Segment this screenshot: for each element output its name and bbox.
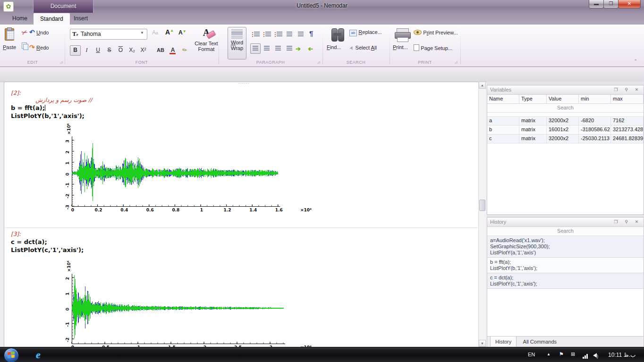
justify-button[interactable] (284, 43, 295, 54)
maximize-panel-icon[interactable]: ❐ (613, 87, 619, 93)
start-button[interactable] (4, 348, 19, 362)
bold-button[interactable]: B (70, 45, 81, 56)
variable-row-c[interactable]: cmatrix32000x2-25030.211324681.82839 (487, 135, 644, 143)
underline-button[interactable]: U (93, 45, 103, 56)
print-preview-button[interactable]: Print Preview... (414, 29, 458, 36)
internet-explorer-icon[interactable]: e (31, 349, 45, 361)
shrink-font-button[interactable]: A▼ (178, 29, 190, 36)
strikethrough-button[interactable]: S (104, 45, 115, 56)
close-panel-icon[interactable]: ✕ (634, 219, 640, 225)
updates-icon[interactable]: ⊞ (571, 351, 575, 357)
font-color-button[interactable]: A (167, 45, 178, 56)
bullet-list-button[interactable] (250, 29, 261, 40)
show-hidden-icons-arrow[interactable]: ▲ (547, 352, 551, 356)
language-indicator[interactable]: EN (528, 352, 535, 357)
variables-search-row[interactable]: Search (487, 104, 644, 113)
paragraph-dialog-launcher[interactable]: ◿ (317, 60, 321, 64)
minimize-button[interactable]: ▬ (589, 0, 604, 8)
cell-2-code-line-1[interactable]: b = fft(a); (11, 104, 45, 111)
close-button[interactable]: ✕ (618, 0, 641, 8)
align-right-button[interactable] (273, 43, 283, 54)
variables-column-max[interactable]: max (611, 95, 644, 103)
variable-cell: 32000x2 (547, 135, 579, 143)
decrease-indent-button[interactable] (284, 29, 295, 40)
edit-dialog-launcher[interactable]: ◿ (60, 60, 64, 64)
print-dialog-launcher[interactable]: ◿ (455, 60, 458, 64)
splitter-grip[interactable]: ······ (235, 82, 254, 84)
tab-home[interactable]: Home (6, 13, 34, 25)
variable-cell: -6820 (579, 117, 611, 125)
overline-button[interactable]: O (115, 45, 126, 56)
increase-indent-button[interactable] (296, 29, 306, 40)
history-entry[interactable]: c = dct(a);ListPlotY(c,'1','axis'); (487, 273, 644, 289)
history-panel-title-bar[interactable]: History ❐ ⚲ ✕ (487, 218, 644, 227)
variables-column-name[interactable]: Name (487, 95, 519, 103)
print-button[interactable]: Print... (393, 44, 408, 50)
tab-all-commands[interactable]: All Commands (518, 337, 562, 347)
superscript-button[interactable]: X² (138, 45, 149, 56)
history-entry[interactable]: a=AudioRead('x1.wav');SetGraphicSize(900… (487, 236, 644, 258)
redo-button[interactable]: ↷ Redo (29, 43, 62, 51)
scroll-up-button[interactable]: ▲ (479, 82, 486, 89)
font-family-select[interactable]: Tr Tahoma ▼ (70, 29, 147, 40)
variables-column-value[interactable]: Value (547, 95, 579, 103)
network-icon[interactable] (583, 354, 588, 360)
align-left-button[interactable] (250, 43, 261, 54)
cell-3-code-line-1[interactable]: c = dct(a); (11, 238, 47, 245)
document-page[interactable]: [2]: // صوت رسم و پردازش b = fft(a); Lis… (4, 82, 479, 347)
restore-button[interactable]: ❐ (603, 0, 619, 8)
undo-button[interactable]: ↶ Undo (29, 28, 62, 36)
eraser-icon: A (194, 27, 219, 41)
numbered-list-button[interactable] (262, 29, 272, 40)
italic-button[interactable]: I (81, 45, 92, 56)
cell-2-code-line-2[interactable]: ListPlotY(b,'1','axis'); (11, 112, 85, 119)
copy-icon[interactable] (22, 42, 28, 50)
subscript-button[interactable]: X₂ (127, 45, 137, 56)
clock[interactable]: ب.ظ 10:11 (608, 352, 639, 358)
clear-format-button[interactable]: A Clear Text Format (194, 27, 219, 58)
vertical-scrollbar[interactable]: ▲ ▼ (478, 82, 486, 347)
variables-panel-title-bar[interactable]: Variables ❐ ⚲ ✕ (487, 85, 644, 95)
pin-panel-icon[interactable]: ⚲ (623, 87, 629, 93)
tab-standard[interactable]: Standard (33, 13, 70, 25)
undo-icon: ↶ (29, 28, 35, 36)
variables-column-type[interactable]: Type (519, 95, 547, 103)
svg-text:-2: -2 (65, 194, 70, 199)
svg-text:1: 1 (65, 162, 70, 165)
replace-button[interactable]: ab Replace... (349, 29, 382, 36)
variable-cell: 32000x2 (547, 117, 579, 125)
decrease-indent-arrow[interactable]: ➔ (308, 45, 313, 52)
pilcrow-button[interactable]: ¶ (309, 29, 313, 37)
history-search-row[interactable]: Search (487, 227, 644, 236)
cut-icon[interactable]: ✂ (20, 27, 29, 37)
paste-button[interactable]: Paste (3, 44, 16, 50)
align-center-button[interactable] (262, 43, 272, 54)
multilevel-list-button[interactable] (273, 29, 283, 40)
word-wrap-button[interactable]: Word Wrap (228, 27, 246, 59)
collapse-ribbon-chevron[interactable]: ⌃ (634, 59, 637, 64)
find-button[interactable]: Find... (327, 44, 341, 50)
page-setup-button[interactable]: Page Setup... (414, 44, 452, 51)
close-panel-icon[interactable]: ✕ (634, 87, 640, 93)
variable-row-a[interactable]: amatrix32000x2-68207162 (487, 117, 644, 126)
variables-rows: amatrix32000x2-68207162bmatrix16001x2-31… (487, 117, 644, 143)
history-entry[interactable]: b = fft(a);ListPlotY(b,'1','axis'); (487, 258, 644, 273)
pin-panel-icon[interactable]: ⚲ (623, 219, 629, 225)
select-all-button[interactable]: ➤ Select All (349, 44, 377, 51)
variable-row-b[interactable]: bmatrix16001x2-3180586.623213273.428 (487, 126, 644, 135)
highlight-button[interactable]: ✎ (178, 43, 193, 58)
scroll-down-button[interactable]: ▼ (479, 340, 486, 347)
grow-font-button[interactable]: A▲ (165, 28, 177, 36)
variable-cell: c (487, 135, 519, 143)
action-center-flag-icon[interactable]: ⚑ (559, 351, 564, 357)
volume-icon[interactable]: ) (593, 353, 598, 359)
tab-insert[interactable]: Insert (67, 13, 94, 25)
variables-column-min[interactable]: min (579, 95, 611, 103)
cell-3-code-line-2[interactable]: ListPlotY(c,'1','axis'); (11, 246, 84, 253)
scroll-thumb[interactable] (479, 200, 485, 211)
smallcaps-button[interactable]: AB (154, 45, 167, 56)
app-icon[interactable]: ✿ (3, 1, 14, 12)
maximize-panel-icon[interactable]: ❐ (613, 219, 619, 225)
increase-indent-arrow[interactable]: ➔ (296, 45, 301, 52)
tab-history[interactable]: History (490, 337, 517, 348)
